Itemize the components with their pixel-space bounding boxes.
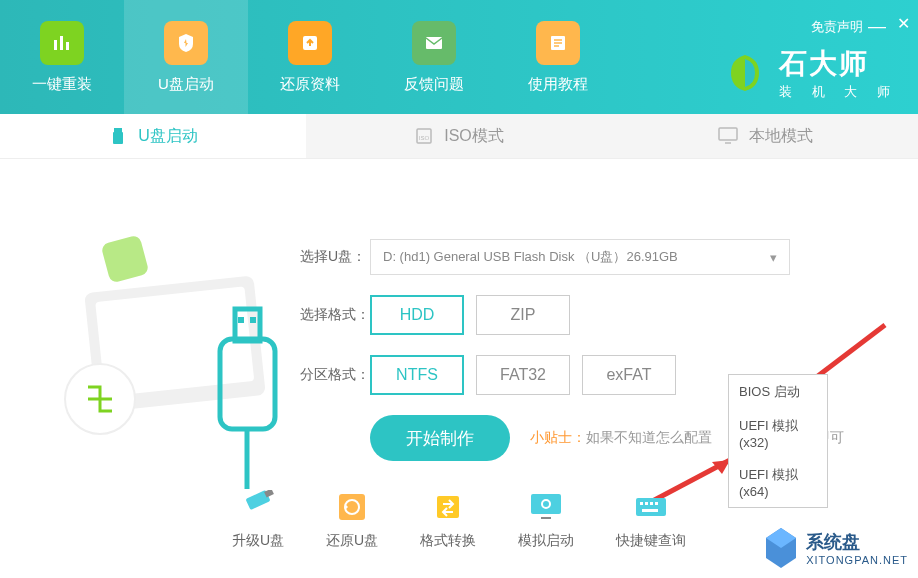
popup-item-uefi-x32[interactable]: UEFI 模拟(x32) (729, 409, 827, 458)
tool-label: 快捷键查询 (616, 532, 686, 550)
usb-upgrade-icon (239, 490, 277, 524)
logo-icon (721, 49, 769, 97)
partition-option-exfat[interactable]: exFAT (582, 355, 676, 395)
start-create-button[interactable]: 开始制作 (370, 415, 510, 461)
keyboard-icon (632, 490, 670, 524)
svg-rect-13 (719, 128, 737, 140)
restore-icon (333, 490, 371, 524)
svg-rect-9 (114, 128, 122, 132)
brand-subtitle: 装 机 大 师 (779, 83, 898, 101)
tab-iso-mode[interactable]: ISO ISO模式 (306, 114, 612, 158)
svg-rect-26 (339, 494, 365, 520)
brand-title: 石大师 (779, 45, 898, 83)
tool-upgrade-usb[interactable]: 升级U盘 (232, 490, 284, 550)
svg-rect-34 (645, 502, 648, 505)
monitor-icon (717, 126, 739, 146)
usb-select-dropdown[interactable]: D: (hd1) General USB Flash Disk （U盘）26.9… (370, 239, 790, 275)
popup-item-bios[interactable]: BIOS 启动 (729, 375, 827, 409)
nav-label: U盘启动 (158, 75, 214, 94)
svg-rect-17 (101, 235, 150, 284)
partition-option-fat32[interactable]: FAT32 (476, 355, 570, 395)
upload-icon (288, 21, 332, 65)
nav-feedback[interactable]: 反馈问题 (372, 0, 496, 114)
partition-label: 分区格式： (300, 366, 370, 384)
svg-rect-28 (437, 496, 459, 518)
tool-format-convert[interactable]: 格式转换 (420, 490, 476, 550)
brand-logo: 石大师 装 机 大 师 (721, 45, 898, 101)
nav-tutorial[interactable]: 使用教程 (496, 0, 620, 114)
svg-rect-0 (54, 40, 57, 50)
shield-icon (164, 21, 208, 65)
book-icon (536, 21, 580, 65)
bars-icon (40, 21, 84, 65)
svg-rect-36 (655, 502, 658, 505)
tip-label: 小贴士： (530, 429, 586, 445)
nav-label: 使用教程 (528, 75, 588, 94)
disclaimer-link[interactable]: 免责声明 (811, 18, 863, 36)
svg-rect-35 (650, 502, 653, 505)
nav-label: 反馈问题 (404, 75, 464, 94)
svg-text:ISO: ISO (419, 135, 430, 141)
partition-option-ntfs[interactable]: NTFS (370, 355, 464, 395)
svg-rect-10 (113, 132, 123, 144)
nav-reinstall[interactable]: 一键重装 (0, 0, 124, 114)
watermark: 系统盘 XITONGPAN.NET (756, 523, 908, 573)
iso-icon: ISO (414, 126, 434, 146)
svg-rect-33 (640, 502, 643, 505)
usb-select-value: D: (hd1) General USB Flash Disk （U盘）26.9… (383, 248, 678, 266)
tool-label: 升级U盘 (232, 532, 284, 550)
tool-hotkey-query[interactable]: 快捷键查询 (616, 490, 686, 550)
tab-usb-boot[interactable]: U盘启动 (0, 114, 306, 158)
tool-label: 还原U盘 (326, 532, 378, 550)
svg-rect-1 (60, 36, 63, 50)
svg-rect-23 (250, 317, 256, 323)
minimize-button[interactable]: — (868, 16, 886, 37)
close-button[interactable]: ✕ (897, 14, 910, 33)
watermark-title: 系统盘 (806, 530, 908, 554)
convert-icon (429, 490, 467, 524)
svg-rect-4 (426, 37, 442, 49)
svg-rect-32 (636, 498, 666, 516)
nav-restore[interactable]: 还原资料 (248, 0, 372, 114)
format-label: 选择格式： (300, 306, 370, 324)
tip-content: 如果不知道怎么配置 (586, 429, 712, 445)
format-option-zip[interactable]: ZIP (476, 295, 570, 335)
svg-rect-37 (642, 509, 658, 512)
tab-label: U盘启动 (138, 126, 198, 147)
chevron-down-icon: ▾ (770, 250, 777, 265)
simulate-icon (527, 490, 565, 524)
watermark-icon (756, 523, 806, 573)
tool-label: 模拟启动 (518, 532, 574, 550)
nav-label: 一键重装 (32, 75, 92, 94)
nav-usb-boot[interactable]: U盘启动 (124, 0, 248, 114)
svg-rect-22 (238, 317, 244, 323)
tab-local-mode[interactable]: 本地模式 (612, 114, 918, 158)
usb-icon (108, 126, 128, 146)
svg-rect-2 (66, 42, 69, 50)
popup-item-uefi-x64[interactable]: UEFI 模拟(x64) (729, 458, 827, 507)
tool-restore-usb[interactable]: 还原U盘 (326, 490, 378, 550)
format-option-hdd[interactable]: HDD (370, 295, 464, 335)
tool-simulate-boot[interactable]: 模拟启动 (518, 490, 574, 550)
watermark-url: XITONGPAN.NET (806, 554, 908, 566)
tab-label: 本地模式 (749, 126, 813, 147)
nav-label: 还原资料 (280, 75, 340, 94)
mail-icon (412, 21, 456, 65)
usb-illustration (50, 189, 300, 469)
svg-rect-29 (531, 494, 561, 514)
tab-label: ISO模式 (444, 126, 504, 147)
boot-mode-popup: BIOS 启动 UEFI 模拟(x32) UEFI 模拟(x64) (728, 374, 828, 508)
tool-label: 格式转换 (420, 532, 476, 550)
usb-select-label: 选择U盘： (300, 248, 370, 266)
